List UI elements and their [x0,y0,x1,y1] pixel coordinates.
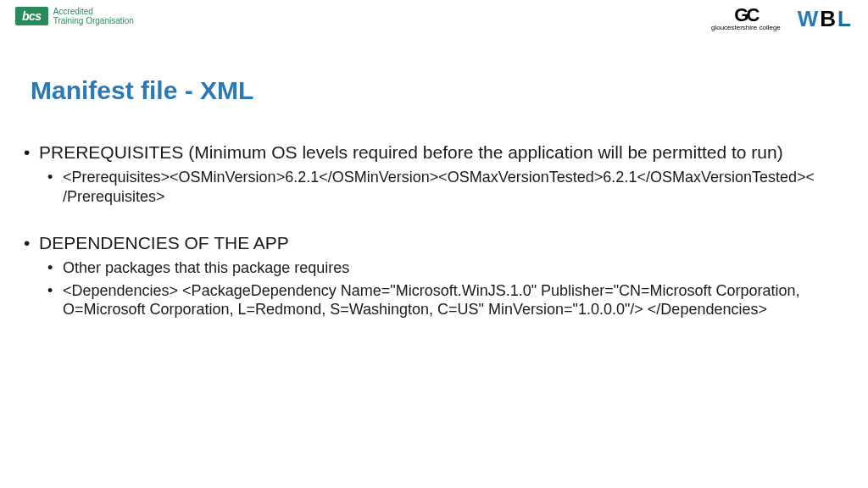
bullet-deps-sub1: Other packages that this package require… [47,258,837,278]
gc-text: gloucestershire college [711,24,781,31]
slide-content: PREREQUISITES (Minimum OS levels require… [24,142,837,323]
gc-symbol: GC [711,7,781,24]
bcs-badge: bcs [15,7,48,25]
header-right: GC gloucestershire college WBL [711,7,853,31]
bullet-deps-sub2: <Dependencies> <PackageDependency Name="… [47,281,837,319]
slide-header: bcs Accredited Training Organisation GC … [15,7,853,31]
bullet-prereq-code: <Prerequisites><OSMinVersion>6.2.1</OSMi… [47,168,837,206]
gc-logo: GC gloucestershire college [711,7,781,31]
bcs-logo: bcs Accredited Training Organisation [15,7,134,25]
wbl-logo: WBL [798,8,853,30]
bcs-tagline: Accredited Training Organisation [53,7,134,25]
slide-title: Manifest file - XML [31,76,253,105]
bullet-dependencies: DEPENDENCIES OF THE APP [24,233,837,253]
bullet-prerequisites: PREREQUISITES (Minimum OS levels require… [24,142,837,163]
